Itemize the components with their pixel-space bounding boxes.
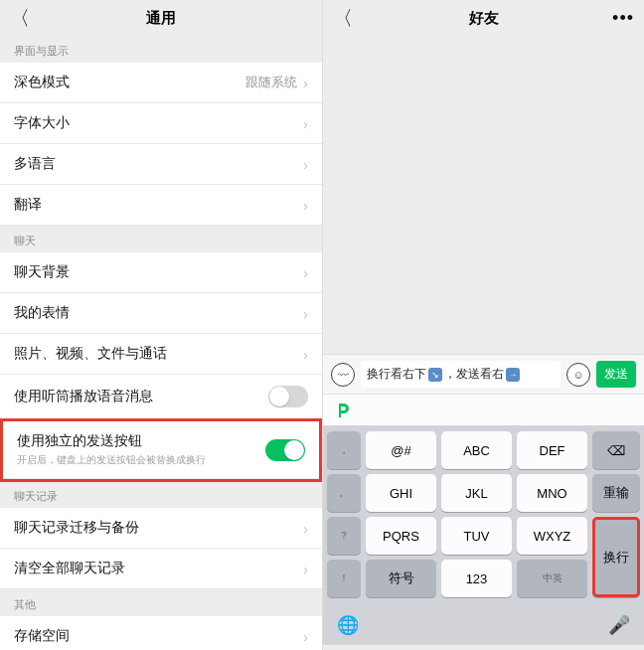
chevron-right-icon: ›	[303, 156, 308, 173]
row-send-button[interactable]: 使用独立的发送按钮 开启后，键盘上的发送按钮会被替换成换行	[3, 421, 319, 479]
row-migrate[interactable]: 聊天记录迁移与备份 ›	[0, 508, 322, 549]
key-tuv[interactable]: TUV	[441, 517, 512, 555]
key-wxyz[interactable]: WXYZ	[517, 517, 587, 555]
chevron-right-icon: ›	[303, 628, 308, 645]
row-earpiece[interactable]: 使用听筒播放语音消息	[0, 375, 322, 419]
row-label: 我的表情	[14, 304, 70, 322]
row-label: 聊天背景	[14, 263, 70, 281]
chat-title: 好友	[363, 9, 604, 28]
sound-wave-icon: 〰	[338, 369, 349, 381]
key-question[interactable]: ？	[327, 517, 361, 555]
row-label: 多语言	[14, 155, 56, 173]
row-font-size[interactable]: 字体大小 ›	[0, 103, 322, 144]
toggle-send-button[interactable]	[265, 439, 305, 461]
navbar-chat: 〈 好友 •••	[323, 0, 644, 36]
key-comma[interactable]: ，	[327, 431, 361, 469]
section-other: 其他	[0, 589, 322, 616]
row-stickers[interactable]: 我的表情 ›	[0, 293, 322, 334]
key-at[interactable]: @#	[366, 431, 436, 469]
key-mno[interactable]: MNO	[517, 474, 587, 512]
row-label: 字体大小	[14, 114, 70, 132]
more-button[interactable]: •••	[604, 8, 634, 29]
row-label: 照片、视频、文件与通话	[14, 345, 167, 363]
emoji-button[interactable]: ☺	[566, 363, 590, 387]
key-newline[interactable]: 换行	[592, 517, 640, 597]
backspace-icon: ⌫	[607, 443, 625, 458]
key-ghi[interactable]: GHI	[366, 474, 436, 512]
row-language[interactable]: 多语言 ›	[0, 144, 322, 185]
row-clear[interactable]: 清空全部聊天记录 ›	[0, 549, 322, 589]
key-symbol[interactable]: 符号	[366, 560, 436, 597]
section-chat: 聊天	[0, 226, 322, 252]
voice-input-button[interactable]: 〰	[331, 363, 355, 387]
ime-logo-icon[interactable]	[333, 401, 353, 420]
row-media[interactable]: 照片、视频、文件与通话 ›	[0, 334, 322, 375]
chat-input-bar: 〰 换行看右下 ↘ ，发送看右 → ☺ 发送	[323, 354, 644, 394]
more-icon: •••	[612, 8, 634, 29]
chat-messages[interactable]	[323, 36, 644, 354]
key-123[interactable]: 123	[441, 560, 512, 597]
chevron-right-icon: ›	[303, 520, 308, 537]
key-pqrs[interactable]: PQRS	[366, 517, 436, 555]
row-label: 聊天记录迁移与备份	[14, 519, 139, 537]
message-input[interactable]: 换行看右下 ↘ ，发送看右 →	[361, 361, 561, 388]
msg-text-pre: 换行看右下	[367, 366, 426, 383]
arrow-down-right-icon: ↘	[428, 368, 442, 382]
key-exclaim[interactable]: ！	[327, 560, 361, 597]
row-label: 深色模式	[14, 74, 70, 91]
key-retype[interactable]: 重输	[592, 474, 640, 512]
chevron-left-icon: 〈	[333, 5, 353, 32]
back-button[interactable]: 〈	[10, 5, 40, 32]
row-label: 清空全部聊天记录	[14, 560, 125, 577]
row-value: 跟随系统	[245, 74, 297, 91]
row-label: 存储空间	[14, 627, 70, 645]
msg-text-mid: ，发送看右	[444, 366, 504, 383]
keyboard-suggestion-bar[interactable]	[323, 394, 644, 425]
chevron-right-icon: ›	[303, 561, 308, 577]
chevron-right-icon: ›	[303, 346, 308, 363]
smile-icon: ☺	[572, 369, 583, 381]
key-cn-en[interactable]: 中英	[517, 560, 587, 597]
back-button[interactable]: 〈	[333, 5, 363, 32]
key-backspace[interactable]: ⌫	[592, 431, 640, 469]
row-label: 翻译	[14, 196, 42, 214]
row-sublabel: 开启后，键盘上的发送按钮会被替换成换行	[17, 453, 206, 467]
key-period[interactable]: 。	[327, 474, 361, 512]
globe-button[interactable]: 🌐	[337, 614, 359, 636]
highlight-send-button-row: 使用独立的发送按钮 开启后，键盘上的发送按钮会被替换成换行	[0, 418, 322, 482]
keyboard-bottom-bar: 🌐 🎤	[323, 605, 644, 645]
section-history: 聊天记录	[0, 481, 322, 508]
row-chat-bg[interactable]: 聊天背景 ›	[0, 252, 322, 293]
navbar-general: 〈 通用	[0, 0, 322, 36]
key-jkl[interactable]: JKL	[441, 474, 512, 512]
mic-button[interactable]: 🎤	[608, 614, 630, 636]
row-translate[interactable]: 翻译 ›	[0, 185, 322, 226]
chevron-right-icon: ›	[303, 75, 308, 91]
row-dark-mode[interactable]: 深色模式 跟随系统›	[0, 63, 322, 103]
settings-panel: 〈 通用 界面与显示 深色模式 跟随系统› 字体大小 › 多语言 › 翻译 › …	[0, 0, 322, 650]
arrow-right-icon: →	[506, 368, 520, 382]
row-storage[interactable]: 存储空间 ›	[0, 616, 322, 650]
key-abc[interactable]: ABC	[441, 431, 512, 469]
send-button[interactable]: 发送	[596, 361, 636, 388]
key-def[interactable]: DEF	[517, 431, 587, 469]
chevron-right-icon: ›	[303, 305, 308, 322]
row-label: 使用听筒播放语音消息	[14, 388, 153, 406]
page-title: 通用	[40, 9, 282, 28]
chevron-right-icon: ›	[303, 197, 308, 214]
chevron-right-icon: ›	[303, 264, 308, 281]
row-label: 使用独立的发送按钮	[17, 432, 206, 450]
section-display: 界面与显示	[0, 36, 322, 63]
toggle-earpiece[interactable]	[268, 386, 308, 407]
chevron-right-icon: ›	[303, 115, 308, 132]
chat-panel: 〈 好友 ••• 〰 换行看右下 ↘ ，发送看右 → ☺ 发送 ， @# ABC…	[322, 0, 644, 650]
keyboard: ， @# ABC DEF ⌫ 。 GHI JKL MNO 重输 ？ PQRS T…	[323, 425, 644, 605]
chevron-left-icon: 〈	[10, 5, 30, 32]
